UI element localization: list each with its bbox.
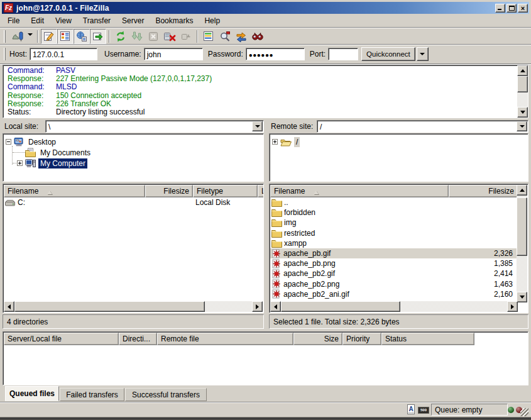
toolbar-gripper[interactable] (4, 30, 6, 43)
file-row-apache-pb2-ani-gif[interactable]: apache_pb2_ani.gif2,160 (270, 289, 518, 299)
local-site-combobox[interactable]: \ (45, 120, 264, 133)
column-label: Priority (346, 334, 370, 343)
close-button[interactable]: × (518, 4, 528, 13)
column-header-l[interactable]: L (258, 185, 264, 197)
column-header-server-local-file[interactable]: Server/Local file (4, 333, 119, 345)
disconnect-button[interactable] (161, 29, 178, 44)
cancel-operation-button[interactable] (145, 29, 161, 44)
scroll-thumb[interactable] (281, 301, 400, 312)
local-site-dropdown-button[interactable] (252, 121, 263, 131)
arrow-down-icon (520, 296, 525, 301)
process-queue-button[interactable] (129, 29, 145, 44)
file-row-apache-pb2-gif[interactable]: apache_pb2.gif2,414 (270, 268, 518, 279)
directory-comparison-button[interactable] (217, 29, 233, 44)
remote-site-dropdown-button[interactable] (517, 121, 527, 131)
file-row--[interactable]: .. (270, 197, 518, 207)
column-header-status[interactable]: Status (381, 333, 474, 345)
scroll-left-button[interactable] (270, 301, 281, 312)
menu-view[interactable]: View (50, 14, 77, 27)
toolbar-separator (109, 30, 110, 43)
file-size: 1,385 (449, 259, 518, 268)
tab-failed-transfers[interactable]: Failed transfers (60, 388, 124, 401)
scroll-thumb[interactable] (14, 301, 205, 312)
toggle-remote-tree-button[interactable] (74, 29, 90, 44)
file-row-apache-pb-gif[interactable]: apache_pb.gif2,326 (270, 248, 518, 258)
column-header-directi-[interactable]: Directi... (119, 333, 157, 345)
column-header-filename[interactable]: Filename (4, 185, 145, 197)
column-header-remote-file[interactable]: Remote file (157, 333, 293, 345)
toggle-local-tree-button[interactable] (57, 29, 74, 44)
toggle-transfer-queue-button[interactable] (90, 29, 106, 44)
menu-transfer[interactable]: Transfer (77, 14, 116, 27)
tab-queued-files[interactable]: Queued files (5, 386, 59, 401)
host-input[interactable]: 127.0.0.1 (30, 48, 97, 60)
scroll-down-button[interactable] (517, 107, 528, 118)
remote-vertical-scrollbar[interactable] (517, 185, 527, 302)
scroll-up-button[interactable] (517, 65, 528, 76)
column-header-filesize[interactable]: Filesize (145, 185, 193, 197)
column-header-filesize[interactable]: Filesize (449, 185, 518, 197)
column-header-filetype[interactable]: Filetype (193, 185, 258, 197)
column-header-filename[interactable]: Filename (270, 185, 449, 197)
minimize-button[interactable] (495, 4, 505, 13)
tree-item-my-computer[interactable]: My Computer (3, 158, 263, 169)
scroll-down-button[interactable] (517, 292, 527, 302)
synchronized-browsing-button[interactable] (233, 29, 249, 44)
local-horizontal-scrollbar[interactable] (4, 301, 263, 312)
open-site-manager-button[interactable] (9, 29, 26, 44)
file-name: .. (284, 198, 288, 207)
expand-icon[interactable] (272, 139, 278, 145)
menu-bar: FileEditViewTransferServerBookmarksHelp (2, 14, 529, 27)
file-row-restricted[interactable]: restricted (270, 228, 518, 238)
username-input[interactable]: john (144, 48, 203, 60)
file-row-c-[interactable]: C:Local Disk (4, 197, 264, 207)
find-files-button[interactable] (249, 29, 266, 44)
file-row-apache-pb-png[interactable]: apache_pb.png1,385 (270, 258, 518, 268)
file-row-apache-pb2-png[interactable]: apache_pb2.png1,463 (270, 279, 518, 289)
scroll-left-button[interactable] (4, 301, 14, 312)
column-header-size[interactable]: Size (293, 333, 342, 345)
menu-edit[interactable]: Edit (25, 14, 50, 27)
queue-status-box: Queue: empty (431, 404, 508, 416)
image-file-icon (271, 279, 282, 289)
menu-help[interactable]: Help (199, 14, 226, 27)
menu-file[interactable]: File (2, 14, 25, 27)
scroll-thumb[interactable] (517, 76, 528, 92)
collapse-icon[interactable] (6, 139, 11, 145)
file-row-img[interactable]: img (270, 218, 518, 228)
refresh-file-lists-button[interactable] (112, 29, 129, 44)
scroll-right-button[interactable] (507, 301, 518, 312)
quickconnect-dropdown[interactable] (417, 47, 429, 61)
scroll-thumb[interactable] (517, 197, 527, 256)
file-row-xampp[interactable]: xampp (270, 238, 518, 248)
toolbar-separator (197, 30, 198, 43)
port-input[interactable] (328, 48, 358, 60)
toolbar-gripper[interactable] (4, 48, 6, 60)
column-header-priority[interactable]: Priority (342, 333, 381, 345)
expand-icon[interactable] (17, 160, 23, 166)
log-scrollbar[interactable] (517, 65, 528, 118)
menu-server[interactable]: Server (116, 14, 150, 27)
arrow-left-icon (271, 304, 277, 309)
title-bar[interactable]: Fz john@127.0.0.1 - FileZilla × (2, 2, 529, 14)
tree-item-my-documents[interactable]: My Documents (3, 147, 263, 158)
remote-site-row: Remote site: / (269, 120, 528, 133)
tab-successful-transfers[interactable]: Successful transfers (125, 388, 207, 401)
menu-bookmarks[interactable]: Bookmarks (150, 14, 199, 27)
resize-grip[interactable] (520, 408, 528, 416)
file-row-forbidden[interactable]: forbidden (270, 207, 518, 218)
quickconnect-button[interactable]: Quickconnect (361, 47, 415, 61)
password-input[interactable]: ●●●●●● (246, 48, 305, 60)
maximize-button[interactable] (506, 4, 517, 13)
scroll-up-button[interactable] (517, 185, 527, 196)
reconnect-button[interactable] (178, 29, 194, 44)
log-view-icon (43, 31, 55, 42)
tree-item-desktop[interactable]: Desktop (3, 136, 263, 147)
scroll-right-button[interactable] (252, 301, 263, 312)
remote-site-combobox[interactable]: / (317, 120, 528, 133)
tree-item--[interactable]: / (270, 136, 528, 147)
filename-filters-button[interactable] (200, 29, 217, 44)
site-manager-dropdown[interactable] (26, 29, 35, 44)
toggle-message-log-button[interactable] (41, 29, 57, 44)
remote-horizontal-scrollbar[interactable] (270, 301, 518, 312)
